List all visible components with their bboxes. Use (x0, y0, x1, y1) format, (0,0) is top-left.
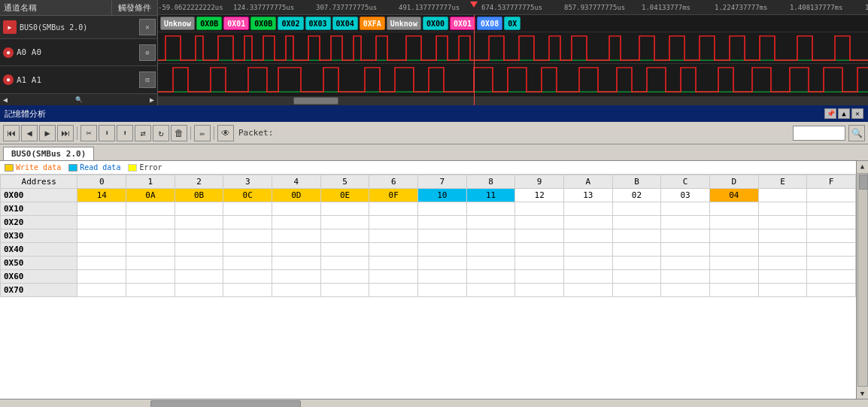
refresh-btn[interactable]: ↻ (153, 125, 169, 141)
cell-0x00-1[interactable]: 0A (126, 189, 175, 202)
table-header-row: Address 0 1 2 3 4 5 6 7 8 9 A B C (1, 175, 856, 189)
play-btn[interactable]: ▶ (39, 125, 56, 141)
cell-0x00-4[interactable]: 0D (272, 189, 321, 202)
cell-0x00-6[interactable]: 0F (369, 189, 418, 202)
a1-action-btn[interactable]: ⊡ (139, 71, 156, 88)
cell-0x00-8[interactable]: 11 (466, 189, 515, 202)
cell-0x00-d[interactable]: 04 (709, 189, 758, 202)
tab-bar: BUS0(SMBus 2.0) (0, 144, 868, 161)
export-btn[interactable]: ⬇ (99, 125, 115, 141)
pin-btn[interactable]: 📌 (824, 108, 836, 119)
cell-0x00-0[interactable]: 14 (77, 189, 126, 202)
cell-0x00-e (758, 189, 807, 202)
bus0-channel-row[interactable]: ▶ BUS0(SMBus 2.0) ✕ (0, 16, 157, 39)
prev-btn[interactable]: ◀ (21, 125, 38, 141)
cell-0x00-b[interactable]: 02 (612, 189, 661, 202)
col-4-header: 4 (272, 175, 321, 189)
first-btn[interactable]: ⏮ (3, 125, 20, 141)
time-mark-0: -59.0622222222us (158, 4, 223, 11)
cell-0x00-7[interactable]: 10 (418, 189, 467, 202)
col-a-header: A (563, 175, 612, 189)
channel-name-header: 通道名稱 (0, 1, 111, 15)
cell-0x00-9[interactable]: 12 (515, 189, 564, 202)
channel-header: 通道名稱 觸發條件 (0, 0, 157, 16)
seg-0x08: 0X08 (477, 17, 502, 30)
a0-action-btn[interactable]: ⊘ (139, 44, 156, 61)
a1-channel-row: ● A1 A1 ⊡ (0, 66, 157, 94)
bus0-action-btn[interactable]: ✕ (139, 19, 156, 35)
flip-btn[interactable]: ⇄ (135, 125, 151, 141)
scroll-up-btn[interactable]: ▲ (859, 161, 866, 172)
search-input[interactable] (793, 126, 845, 141)
time-mark-6: 1.04133777ms (642, 4, 690, 11)
col-2-header: 2 (175, 175, 223, 189)
waveform-hscroll[interactable] (158, 96, 868, 105)
scroll-left-btn[interactable]: ◀ (3, 96, 8, 104)
eye-btn[interactable]: 👁 (217, 125, 234, 141)
cut-btn[interactable]: ✂ (80, 125, 97, 141)
close-panel-btn[interactable]: ✕ (851, 108, 863, 119)
time-mark-3: 491.137777777us (399, 4, 460, 11)
scroll-right-btn[interactable]: ▶ (150, 96, 154, 104)
seg-0x-partial: 0X (504, 17, 520, 30)
seg-0x02: 0X02 (278, 17, 303, 30)
addr-0x00: 0X00 (1, 189, 77, 202)
bus0-tab[interactable]: BUS0(SMBus 2.0) (3, 147, 94, 160)
analysis-toolbar: ⏮ ◀ ▶ ⏭ ✂ ⬇ ⬆ ⇄ ↻ 🗑 ✏ 👁 Packet: 🔍 (0, 122, 868, 144)
table-row-0x30: 0X30 (1, 229, 856, 243)
float-btn[interactable]: ▲ (838, 108, 850, 119)
analog-a0-row (158, 32, 868, 63)
scroll-track[interactable] (857, 173, 868, 387)
import-btn[interactable]: ⬆ (117, 125, 133, 141)
seg-unknown-2: Unknow (387, 17, 421, 30)
packet-label: Packet: (238, 128, 273, 138)
analysis-title: 記憶體分析 (5, 108, 823, 120)
bottom-hscroll-thumb[interactable] (150, 400, 301, 407)
waveform-area: 通道名稱 觸發條件 ▶ BUS0(SMBus 2.0) ✕ ● A0 A0 ⊘ … (0, 0, 868, 105)
cell-0x00-2[interactable]: 0B (175, 189, 223, 202)
time-mark-8: 1.408137777ms (790, 4, 842, 11)
delete-btn[interactable]: 🗑 (171, 125, 187, 141)
last-btn[interactable]: ⏭ (57, 125, 74, 141)
error-color-box (128, 164, 137, 172)
table-row-0x10: 0X10 (1, 202, 856, 216)
table-row-0x60: 0X60 (1, 270, 856, 284)
content-area: Write data Read data Error Address 0 1 (0, 161, 868, 399)
a0-label: A0 A0 (17, 47, 139, 57)
scroll-thumb[interactable] (859, 175, 868, 190)
bus0-label: BUS0(SMBus 2.0) (20, 23, 139, 32)
v-scrollbar[interactable]: ▲ ▼ (856, 161, 868, 399)
hscroll-thumb[interactable] (293, 97, 338, 105)
sep-1 (77, 126, 77, 140)
addr-0x40: 0X40 (1, 243, 77, 257)
edit-btn[interactable]: ✏ (194, 125, 211, 141)
error-label: Error (139, 163, 162, 172)
col-d-header: D (709, 175, 758, 189)
channel-panel: 通道名稱 觸發條件 ▶ BUS0(SMBus 2.0) ✕ ● A0 A0 ⊘ … (0, 0, 158, 105)
write-color-box (5, 164, 14, 172)
scroll-down-btn[interactable]: ▼ (859, 388, 866, 399)
search-btn[interactable]: 🔍 (848, 125, 865, 141)
cell-0x00-3[interactable]: 0C (223, 189, 272, 202)
cell-0x00-5[interactable]: 0E (320, 189, 369, 202)
bottom-hscroll[interactable] (0, 399, 868, 407)
cell-0x00-a[interactable]: 13 (563, 189, 612, 202)
col-0-header: 0 (77, 175, 126, 189)
col-f-header: F (807, 175, 856, 189)
time-mark-2: 307.737777775us (316, 4, 377, 11)
a1-waveform (158, 64, 868, 95)
data-table-container[interactable]: Write data Read data Error Address 0 1 (0, 161, 856, 399)
waveform-display[interactable]: -59.0622222222us 124.337777775us 307.737… (158, 0, 868, 105)
a0-channel-row: ● A0 A0 ⊘ (0, 39, 157, 67)
trigger-header: 觸發條件 (111, 1, 157, 15)
waveform-scroll-controls: ◀ 🔍 ▶ (0, 94, 157, 105)
error-legend: Error (128, 163, 162, 172)
col-c-header: C (661, 175, 710, 189)
col-1-header: 1 (126, 175, 175, 189)
a1-dot-icon: ● (3, 74, 14, 85)
analysis-panel: 記憶體分析 📌 ▲ ✕ ⏮ ◀ ▶ ⏭ ✂ ⬇ ⬆ ⇄ ↻ 🗑 ✏ 👁 Pack… (0, 105, 868, 399)
time-mark-7: 1.224737777ms (715, 4, 767, 11)
col-e-header: E (758, 175, 807, 189)
cell-0x00-c[interactable]: 03 (661, 189, 710, 202)
seg-0xfa: 0XFA (360, 17, 385, 30)
